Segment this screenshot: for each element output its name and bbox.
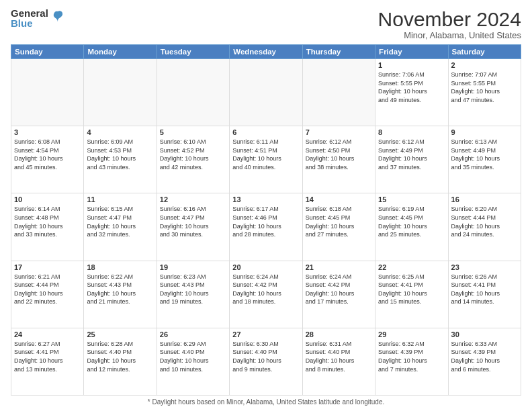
day-info: Sunrise: 6:31 AM Sunset: 4:40 PM Dayligh…	[306, 340, 372, 373]
calendar: SundayMondayTuesdayWednesdayThursdayFrid…	[11, 44, 521, 396]
day-info: Sunrise: 6:22 AM Sunset: 4:43 PM Dayligh…	[87, 273, 153, 306]
day-info: Sunrise: 6:12 AM Sunset: 4:50 PM Dayligh…	[306, 138, 372, 171]
day-number: 28	[306, 330, 372, 338]
month-title: November 2024	[378, 8, 521, 30]
day-info: Sunrise: 6:18 AM Sunset: 4:45 PM Dayligh…	[306, 205, 372, 238]
calendar-day-cell: 25Sunrise: 6:28 AM Sunset: 4:40 PM Dayli…	[84, 328, 157, 395]
day-number: 4	[87, 128, 153, 136]
day-number: 22	[378, 263, 445, 271]
day-info: Sunrise: 6:26 AM Sunset: 4:41 PM Dayligh…	[451, 273, 518, 306]
day-info: Sunrise: 7:07 AM Sunset: 5:55 PM Dayligh…	[451, 71, 518, 104]
day-number: 26	[160, 330, 226, 338]
footer-note: * Daylight hours based on Minor, Alabama…	[11, 398, 521, 406]
day-info: Sunrise: 6:11 AM Sunset: 4:51 PM Dayligh…	[232, 138, 299, 171]
logo-blue: Blue	[11, 18, 48, 28]
calendar-header-wednesday: Wednesday	[230, 45, 302, 59]
day-info: Sunrise: 6:20 AM Sunset: 4:44 PM Dayligh…	[451, 205, 518, 238]
day-info: Sunrise: 6:08 AM Sunset: 4:54 PM Dayligh…	[14, 138, 81, 171]
calendar-day-cell: 16Sunrise: 6:20 AM Sunset: 4:44 PM Dayli…	[448, 193, 521, 261]
calendar-week-1: 1Sunrise: 7:06 AM Sunset: 5:55 PM Daylig…	[11, 59, 521, 126]
day-info: Sunrise: 6:23 AM Sunset: 4:43 PM Dayligh…	[160, 273, 226, 306]
calendar-header-sunday: Sunday	[11, 45, 84, 59]
day-info: Sunrise: 7:06 AM Sunset: 5:55 PM Dayligh…	[378, 71, 445, 104]
day-number: 27	[232, 330, 299, 338]
logo-bird-icon	[50, 9, 65, 27]
calendar-day-cell: 11Sunrise: 6:15 AM Sunset: 4:47 PM Dayli…	[84, 193, 157, 261]
day-number: 23	[451, 263, 518, 271]
calendar-day-cell: 2Sunrise: 7:07 AM Sunset: 5:55 PM Daylig…	[448, 59, 521, 126]
day-info: Sunrise: 6:10 AM Sunset: 4:52 PM Dayligh…	[160, 138, 226, 171]
logo-general: General	[11, 8, 48, 18]
day-number: 17	[14, 263, 81, 271]
day-number: 14	[306, 195, 372, 203]
calendar-day-cell: 19Sunrise: 6:23 AM Sunset: 4:43 PM Dayli…	[157, 261, 229, 328]
calendar-header-thursday: Thursday	[302, 45, 375, 59]
day-info: Sunrise: 6:32 AM Sunset: 4:39 PM Dayligh…	[378, 340, 445, 373]
day-number: 5	[160, 128, 226, 136]
page: General Blue November 2024 Minor, Alabam…	[0, 0, 532, 411]
calendar-header-friday: Friday	[375, 45, 448, 59]
calendar-day-cell: 26Sunrise: 6:29 AM Sunset: 4:40 PM Dayli…	[157, 328, 229, 395]
day-info: Sunrise: 6:24 AM Sunset: 4:42 PM Dayligh…	[306, 273, 372, 306]
day-info: Sunrise: 6:17 AM Sunset: 4:46 PM Dayligh…	[232, 205, 299, 238]
calendar-day-cell: 20Sunrise: 6:24 AM Sunset: 4:42 PM Dayli…	[230, 261, 302, 328]
calendar-day-cell: 23Sunrise: 6:26 AM Sunset: 4:41 PM Dayli…	[448, 261, 521, 328]
calendar-day-cell: 22Sunrise: 6:25 AM Sunset: 4:41 PM Dayli…	[375, 261, 448, 328]
day-number: 30	[451, 330, 518, 338]
calendar-day-cell: 28Sunrise: 6:31 AM Sunset: 4:40 PM Dayli…	[302, 328, 375, 395]
title-block: November 2024 Minor, Alabama, United Sta…	[378, 8, 521, 40]
calendar-day-cell: 17Sunrise: 6:21 AM Sunset: 4:44 PM Dayli…	[11, 261, 84, 328]
day-number: 24	[14, 330, 81, 338]
logo-text: General Blue	[11, 8, 48, 28]
day-info: Sunrise: 6:27 AM Sunset: 4:41 PM Dayligh…	[14, 340, 81, 373]
day-info: Sunrise: 6:14 AM Sunset: 4:48 PM Dayligh…	[14, 205, 81, 238]
calendar-week-5: 24Sunrise: 6:27 AM Sunset: 4:41 PM Dayli…	[11, 328, 521, 395]
calendar-week-2: 3Sunrise: 6:08 AM Sunset: 4:54 PM Daylig…	[11, 126, 521, 193]
day-number: 21	[306, 263, 372, 271]
day-number: 18	[87, 263, 153, 271]
calendar-day-cell: 3Sunrise: 6:08 AM Sunset: 4:54 PM Daylig…	[11, 126, 84, 193]
calendar-week-4: 17Sunrise: 6:21 AM Sunset: 4:44 PM Dayli…	[11, 261, 521, 328]
calendar-day-cell	[302, 59, 375, 126]
calendar-day-cell: 4Sunrise: 6:09 AM Sunset: 4:53 PM Daylig…	[84, 126, 157, 193]
calendar-day-cell: 9Sunrise: 6:13 AM Sunset: 4:49 PM Daylig…	[448, 126, 521, 193]
calendar-day-cell: 6Sunrise: 6:11 AM Sunset: 4:51 PM Daylig…	[230, 126, 302, 193]
day-number: 19	[160, 263, 226, 271]
day-info: Sunrise: 6:21 AM Sunset: 4:44 PM Dayligh…	[14, 273, 81, 306]
day-number: 13	[232, 195, 299, 203]
calendar-day-cell	[157, 59, 229, 126]
calendar-day-cell: 29Sunrise: 6:32 AM Sunset: 4:39 PM Dayli…	[375, 328, 448, 395]
day-number: 7	[306, 128, 372, 136]
location: Minor, Alabama, United States	[378, 30, 521, 40]
day-number: 16	[451, 195, 518, 203]
day-info: Sunrise: 6:09 AM Sunset: 4:53 PM Dayligh…	[87, 138, 153, 171]
day-number: 29	[378, 330, 445, 338]
day-number: 10	[14, 195, 81, 203]
calendar-day-cell: 1Sunrise: 7:06 AM Sunset: 5:55 PM Daylig…	[375, 59, 448, 126]
day-number: 25	[87, 330, 153, 338]
footer-text: Daylight hours	[152, 398, 195, 406]
day-info: Sunrise: 6:30 AM Sunset: 4:40 PM Dayligh…	[232, 340, 299, 373]
calendar-day-cell: 5Sunrise: 6:10 AM Sunset: 4:52 PM Daylig…	[157, 126, 229, 193]
day-number: 3	[14, 128, 81, 136]
calendar-day-cell: 12Sunrise: 6:16 AM Sunset: 4:47 PM Dayli…	[157, 193, 229, 261]
day-info: Sunrise: 6:19 AM Sunset: 4:45 PM Dayligh…	[378, 205, 445, 238]
calendar-day-cell	[230, 59, 302, 126]
calendar-header-monday: Monday	[84, 45, 157, 59]
calendar-day-cell: 27Sunrise: 6:30 AM Sunset: 4:40 PM Dayli…	[230, 328, 302, 395]
calendar-day-cell: 15Sunrise: 6:19 AM Sunset: 4:45 PM Dayli…	[375, 193, 448, 261]
day-info: Sunrise: 6:24 AM Sunset: 4:42 PM Dayligh…	[232, 273, 299, 306]
calendar-day-cell: 13Sunrise: 6:17 AM Sunset: 4:46 PM Dayli…	[230, 193, 302, 261]
day-number: 1	[378, 61, 445, 69]
calendar-day-cell: 14Sunrise: 6:18 AM Sunset: 4:45 PM Dayli…	[302, 193, 375, 261]
day-info: Sunrise: 6:28 AM Sunset: 4:40 PM Dayligh…	[87, 340, 153, 373]
day-info: Sunrise: 6:33 AM Sunset: 4:39 PM Dayligh…	[451, 340, 518, 373]
day-number: 8	[378, 128, 445, 136]
day-info: Sunrise: 6:15 AM Sunset: 4:47 PM Dayligh…	[87, 205, 153, 238]
calendar-day-cell: 21Sunrise: 6:24 AM Sunset: 4:42 PM Dayli…	[302, 261, 375, 328]
day-number: 15	[378, 195, 445, 203]
calendar-day-cell	[84, 59, 157, 126]
calendar-day-cell	[11, 59, 84, 126]
day-info: Sunrise: 6:16 AM Sunset: 4:47 PM Dayligh…	[160, 205, 226, 238]
day-number: 9	[451, 128, 518, 136]
